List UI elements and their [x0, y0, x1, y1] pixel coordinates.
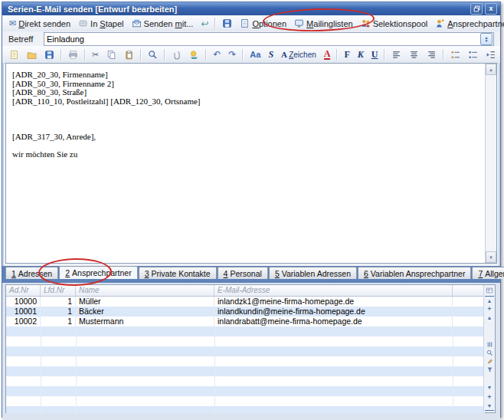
scroll-down-button[interactable]: ▼	[485, 383, 494, 392]
scroll-first-button[interactable]: ▲	[485, 296, 494, 305]
close-button[interactable]: x	[485, 3, 497, 15]
send-with-label: Senden mit...	[144, 19, 194, 28]
add-record-button[interactable]: +	[485, 305, 494, 313]
paste-button[interactable]	[120, 48, 138, 61]
undo-button[interactable]: ↶	[209, 48, 224, 61]
scroll-up-button[interactable]: ▲	[485, 313, 494, 322]
arrow-down-icon: ▼	[487, 403, 493, 409]
search-icon	[148, 50, 158, 60]
grid-icon	[486, 287, 493, 294]
tab-ansprechpartner[interactable]: 2Ansprechpartner	[59, 266, 137, 279]
cell-ad-nr: 10001	[6, 307, 41, 317]
message-body-area: [ADR_20_30, Firmenname] [ADR_50_30, Firm…	[5, 63, 497, 264]
person-add-icon	[435, 18, 445, 28]
body-line: [ADR_317_30, Anrede],	[12, 133, 485, 142]
scroll-up-button[interactable]: ▲	[486, 64, 496, 75]
insert-reply-button[interactable]: ↩	[197, 18, 212, 30]
tab-variablen-adressen[interactable]: 5Variablen Adressen	[269, 267, 357, 279]
edit-record-button[interactable]	[485, 357, 494, 366]
selection-pool-label: Selektionspool	[373, 19, 428, 28]
columns-button[interactable]	[485, 340, 494, 349]
message-body-editor[interactable]: [ADR_20_30, Firmenname] [ADR_50_30, Firm…	[6, 64, 485, 263]
add-record-button[interactable]: +	[485, 393, 494, 402]
font-color-button[interactable]: A	[320, 48, 335, 61]
options-button[interactable]: Optionen	[236, 17, 290, 30]
tab-allgemeine-variablen[interactable]: 7Allgemeine Variablen	[472, 267, 504, 279]
subject-spinner-button[interactable]: ▲ ▼	[480, 33, 493, 45]
tab-variablen-ansprechpartner[interactable]: 6Variablen Ansprechpartner	[358, 267, 471, 279]
selection-pool-button[interactable]: Selektionspool	[357, 17, 432, 30]
header-lfd-nr[interactable]: Lfd.Nr	[41, 285, 76, 296]
table-row[interactable]: 10001 1 Bäcker inlandkundin@meine-firma-…	[6, 307, 485, 317]
outdent-button[interactable]	[482, 48, 499, 61]
align-center-button[interactable]	[405, 48, 423, 61]
font-style-button[interactable]: S	[264, 48, 277, 61]
body-line	[12, 106, 485, 115]
column-line	[453, 326, 453, 413]
body-line: [ADR_20_30, Firmenname]	[12, 71, 485, 80]
toolbar-separator	[214, 18, 216, 29]
scroll-last-button[interactable]: ▼	[485, 402, 494, 411]
cut-button[interactable]: ✂	[88, 49, 103, 61]
subject-combobox[interactable]: Einladung ▲ ▼	[44, 32, 494, 46]
tab-adressen[interactable]: 1Adressen	[5, 267, 58, 279]
bold-button[interactable]: F	[340, 48, 353, 61]
scroll-down-button[interactable]: ▼	[486, 251, 496, 263]
header-name[interactable]: Name	[76, 285, 214, 296]
recipients-pane: Ad.Nr Lfd.Nr Name E-Mail-Adresse 10000 1…	[2, 283, 500, 420]
grid-search-button[interactable]	[485, 349, 494, 357]
batch-send-button[interactable]: In Stapel	[74, 17, 127, 30]
arrow-up-icon: ▲	[487, 315, 493, 320]
bullet-list-icon	[468, 50, 478, 60]
mailing-lists-icon	[294, 18, 304, 28]
restore-button[interactable]	[470, 3, 483, 15]
numbered-list-button[interactable]	[447, 48, 464, 61]
column-line	[76, 326, 77, 413]
grid-empty-rows	[6, 326, 485, 413]
outdent-icon	[486, 50, 496, 60]
copy-button[interactable]	[103, 48, 120, 61]
font-button[interactable]: Aa	[246, 48, 264, 61]
table-row[interactable]: 10002 1 Mustermann inlandrabatt@meine-fi…	[6, 317, 485, 326]
search-button[interactable]	[144, 48, 162, 61]
header-email[interactable]: E-Mail-Adresse	[214, 285, 453, 296]
body-line: [ADR_110_10, Postleitzahl] [ADR_120_30, …	[12, 97, 485, 107]
header-ad-nr[interactable]: Ad.Nr	[6, 285, 41, 296]
align-left-button[interactable]	[388, 48, 405, 61]
redo-button[interactable]: ↷	[224, 48, 240, 61]
indent-button[interactable]	[499, 48, 504, 61]
save-draft-button[interactable]	[218, 17, 236, 30]
tab-personal[interactable]: 4Personal	[218, 267, 268, 279]
align-right-button[interactable]	[423, 48, 440, 61]
toolbar-separator	[140, 49, 142, 61]
table-row[interactable]: 10000 1 Müller inlandzk1@meine-firma-hom…	[6, 297, 485, 307]
cell-ad-nr: 10002	[6, 317, 41, 326]
body-line: wir möchten Sie zu	[12, 150, 485, 159]
bullet-list-button[interactable]	[464, 48, 482, 61]
toolbar-separator	[242, 49, 244, 61]
print-button[interactable]	[64, 48, 82, 61]
filter-button[interactable]	[485, 366, 494, 374]
open-button[interactable]	[23, 48, 41, 61]
send-with-button[interactable]: Senden mit...	[128, 17, 198, 30]
attach-button[interactable]	[168, 48, 185, 61]
underline-button[interactable]: U	[368, 48, 382, 61]
print-icon	[68, 50, 78, 60]
column-chooser-button[interactable]	[485, 286, 494, 294]
underline-label: U	[371, 50, 378, 59]
subject-row: Betreff Einladung ▲ ▼	[2, 31, 500, 46]
subject-label: Betreff	[8, 34, 44, 44]
stationery-button[interactable]	[185, 48, 203, 61]
add-contact-person-button[interactable]: Ansprechpartner hinzufügen	[431, 17, 504, 30]
italic-button[interactable]: K	[354, 48, 368, 61]
stationery-icon	[189, 50, 199, 60]
numbered-list-icon	[450, 50, 460, 60]
new-template-button[interactable]	[5, 48, 23, 61]
body-scrollbar[interactable]: ▲ ▼	[485, 64, 496, 263]
direct-send-button[interactable]: ✉ Direkt senden	[5, 18, 74, 30]
save-button[interactable]	[41, 48, 58, 61]
tab-private-kontakte[interactable]: 3Private Kontakte	[139, 267, 217, 279]
character-dialog-button[interactable]: A Zeichen	[277, 49, 320, 61]
mailing-lists-button[interactable]: Mailinglisten	[290, 17, 357, 30]
cell-ad-nr: 10000	[6, 297, 41, 307]
